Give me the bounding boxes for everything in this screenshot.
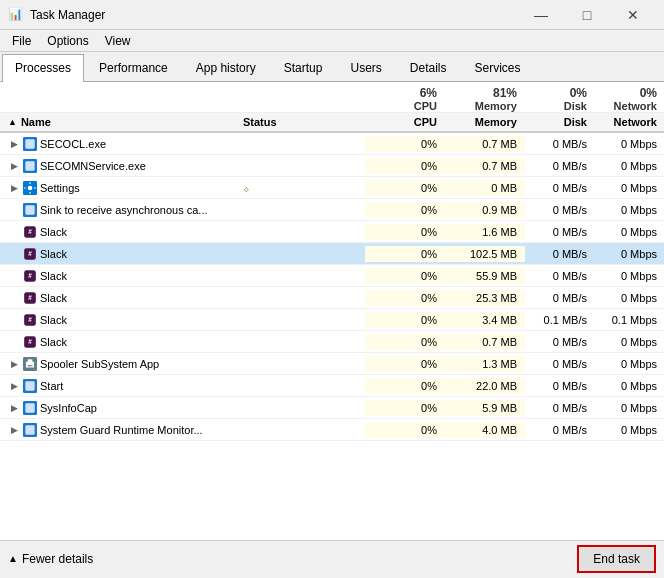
network-metric: 0% Network xyxy=(595,82,664,112)
process-disk: 0 MB/s xyxy=(525,378,595,394)
table-row[interactable]: ▶ System Guard Runtime Monitor... 0%4.0 … xyxy=(0,419,664,441)
process-name: # Slack xyxy=(0,289,235,307)
tab-processes[interactable]: Processes xyxy=(2,54,84,82)
expand-arrow[interactable]: ▶ xyxy=(8,138,20,150)
process-cpu: 0% xyxy=(365,202,445,218)
col-header-name[interactable]: ▲ Name xyxy=(0,113,235,131)
process-network: 0 Mbps xyxy=(595,180,664,196)
menu-view[interactable]: View xyxy=(97,32,139,50)
table-row[interactable]: # Slack 0%1.6 MB0 MB/s0 Mbps xyxy=(0,221,664,243)
tab-performance[interactable]: Performance xyxy=(86,54,181,81)
table-row[interactable]: ▶ SECOMNService.exe 0%0.7 MB0 MB/s0 Mbps xyxy=(0,155,664,177)
tab-app-history[interactable]: App history xyxy=(183,54,269,81)
process-icon xyxy=(23,181,37,195)
table-row[interactable]: ▶ Start 0%22.0 MB0 MB/s0 Mbps xyxy=(0,375,664,397)
process-icon: # xyxy=(23,291,37,305)
table-row[interactable]: Sink to receive asynchronous ca... 0%0.9… xyxy=(0,199,664,221)
process-cpu: 0% xyxy=(365,246,445,262)
sort-up-icon: ▲ xyxy=(8,117,17,127)
col-header-memory[interactable]: Memory xyxy=(445,113,525,131)
end-task-button[interactable]: End task xyxy=(577,545,656,573)
process-icon: # xyxy=(23,225,37,239)
maximize-button[interactable]: □ xyxy=(564,0,610,30)
process-cpu: 0% xyxy=(365,290,445,306)
process-cpu: 0% xyxy=(365,268,445,284)
process-network: 0 Mbps xyxy=(595,202,664,218)
process-memory: 1.6 MB xyxy=(445,224,525,240)
table-row[interactable]: # Slack 0%55.9 MB0 MB/s0 Mbps xyxy=(0,265,664,287)
process-icon xyxy=(23,401,37,415)
process-status xyxy=(235,252,365,256)
menu-options[interactable]: Options xyxy=(39,32,96,50)
col-header-network[interactable]: Network xyxy=(595,113,664,131)
svg-text:#: # xyxy=(28,228,32,235)
process-name: ▶ SysInfoCap xyxy=(0,399,235,417)
process-name-text: SECOMNService.exe xyxy=(40,160,146,172)
expand-arrow[interactable]: ▶ xyxy=(8,402,20,414)
tab-startup[interactable]: Startup xyxy=(271,54,336,81)
disk-metric: 0% Disk xyxy=(525,82,595,112)
table-row[interactable]: # Slack 0%102.5 MB0 MB/s0 Mbps xyxy=(0,243,664,265)
process-cpu: 0% xyxy=(365,400,445,416)
svg-rect-1 xyxy=(25,139,34,148)
memory-label: Memory xyxy=(453,100,517,112)
process-memory: 0.9 MB xyxy=(445,202,525,218)
process-disk: 0 MB/s xyxy=(525,158,595,174)
table-row[interactable]: # Slack 0%3.4 MB0.1 MB/s0.1 Mbps xyxy=(0,309,664,331)
process-status xyxy=(235,296,365,300)
disk-label: Disk xyxy=(533,100,587,112)
disk-percent: 0% xyxy=(533,86,587,100)
fewer-details-icon: ▲ xyxy=(8,553,18,564)
expand-arrow[interactable]: ▶ xyxy=(8,182,20,194)
table-row[interactable]: ▶ SysInfoCap 0%5.9 MB0 MB/s0 Mbps xyxy=(0,397,664,419)
process-name-text: Slack xyxy=(40,226,67,238)
tab-details[interactable]: Details xyxy=(397,54,460,81)
expand-arrow[interactable]: ▶ xyxy=(8,424,20,436)
fewer-details-button[interactable]: ▲ Fewer details xyxy=(8,552,93,566)
table-row[interactable]: ▶ Settings ⬦0%0 MB0 MB/s0 Mbps xyxy=(0,177,664,199)
process-icon: # xyxy=(23,247,37,261)
tab-services[interactable]: Services xyxy=(462,54,534,81)
process-name-text: Slack xyxy=(40,292,67,304)
expand-arrow[interactable]: ▶ xyxy=(8,380,20,392)
process-status xyxy=(235,406,365,410)
expand-arrow[interactable]: ▶ xyxy=(8,358,20,370)
minimize-button[interactable]: — xyxy=(518,0,564,30)
table-row[interactable]: # Slack 0%0.7 MB0 MB/s0 Mbps xyxy=(0,331,664,353)
process-status xyxy=(235,384,365,388)
process-status: ⬦ xyxy=(235,180,365,196)
col-header-cpu[interactable]: CPU xyxy=(365,113,445,131)
process-name-text: Start xyxy=(40,380,63,392)
network-label: Network xyxy=(603,100,657,112)
svg-rect-3 xyxy=(25,161,34,170)
svg-rect-7 xyxy=(25,205,34,214)
process-memory: 0.7 MB xyxy=(445,158,525,174)
table-row[interactable]: ▶ SECOCL.exe 0%0.7 MB0 MB/s0 Mbps xyxy=(0,133,664,155)
process-name: # Slack xyxy=(0,333,235,351)
svg-text:#: # xyxy=(28,338,32,345)
process-disk: 0 MB/s xyxy=(525,268,595,284)
process-name: ▶ SECOCL.exe xyxy=(0,135,235,153)
table-row[interactable]: ▶ Spooler SubSystem App 0%1.3 MB0 MB/s0 … xyxy=(0,353,664,375)
col-header-status[interactable]: Status xyxy=(235,113,365,131)
table-row[interactable]: # Slack 0%25.3 MB0 MB/s0 Mbps xyxy=(0,287,664,309)
process-icon xyxy=(23,379,37,393)
process-name: # Slack xyxy=(0,245,235,263)
process-disk: 0 MB/s xyxy=(525,202,595,218)
menu-file[interactable]: File xyxy=(4,32,39,50)
process-status xyxy=(235,274,365,278)
expand-arrow[interactable]: ▶ xyxy=(8,160,20,172)
process-name: ▶ Start xyxy=(0,377,235,395)
process-disk: 0 MB/s xyxy=(525,356,595,372)
process-cpu: 0% xyxy=(365,378,445,394)
title-bar: 📊 Task Manager — □ ✕ xyxy=(0,0,664,30)
app-icon: 📊 xyxy=(8,7,24,23)
process-name: # Slack xyxy=(0,267,235,285)
process-status xyxy=(235,428,365,432)
process-name-text: SysInfoCap xyxy=(40,402,97,414)
tab-users[interactable]: Users xyxy=(337,54,394,81)
close-button[interactable]: ✕ xyxy=(610,0,656,30)
col-header-disk[interactable]: Disk xyxy=(525,113,595,131)
svg-rect-25 xyxy=(25,381,34,390)
menu-bar: File Options View xyxy=(0,30,664,52)
